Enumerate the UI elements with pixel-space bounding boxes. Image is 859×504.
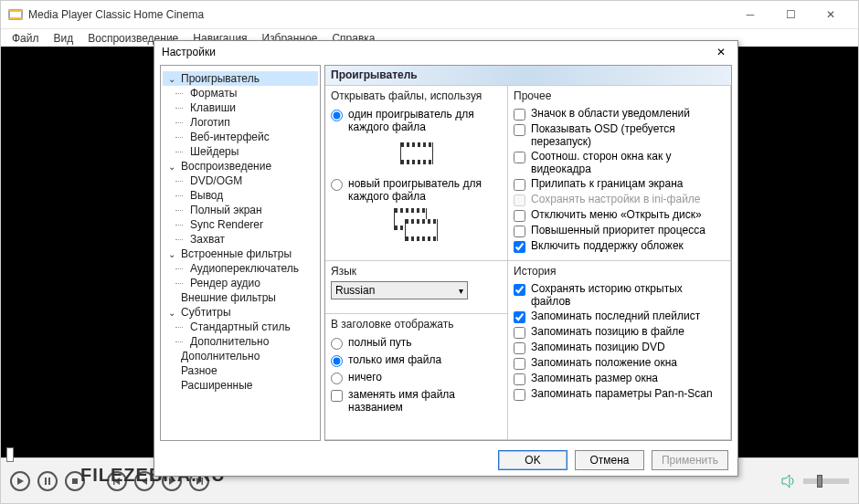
settings-panel: Проигрыватель Открывать файлы, используя… <box>324 65 732 441</box>
tree-item[interactable]: Логотип <box>163 115 318 130</box>
group-history-title: История <box>514 265 725 278</box>
checkbox-item[interactable]: Запоминать параметры Pan-n-Scan <box>514 386 725 402</box>
checkbox-item[interactable]: Запоминать позицию DVD <box>514 340 725 355</box>
film-icon-double <box>394 208 440 245</box>
settings-dialog: Настройки ✕ ⌄ПроигрывательФорматыКлавиши… <box>154 40 738 477</box>
tree-item[interactable]: Полный экран <box>163 203 318 217</box>
tree-item[interactable]: Клавиши <box>163 100 318 115</box>
tree-item[interactable]: Расширенные <box>163 378 318 393</box>
checkbox-item[interactable]: Показывать OSD (требуется перезапуск) <box>514 121 725 149</box>
settings-tree[interactable]: ⌄ПроигрывательФорматыКлавишиЛоготипВеб-и… <box>160 65 321 441</box>
tree-item[interactable]: Дополнительно <box>163 334 318 349</box>
tree-item[interactable]: Sync Renderer <box>163 217 318 232</box>
group-open-title: Открывать файлы, используя <box>331 89 502 102</box>
tree-item[interactable]: ⌄Встроенные фильтры <box>163 247 318 261</box>
checkbox-item[interactable]: Отключить меню «Открыть диск» <box>514 207 725 223</box>
svg-marker-13 <box>782 475 790 488</box>
maximize-button[interactable]: ☐ <box>770 2 811 27</box>
svg-rect-5 <box>48 478 50 485</box>
group-open-files: Открывать файлы, используя один проигрыв… <box>324 85 508 261</box>
group-lang-title: Язык <box>331 265 502 278</box>
tree-item[interactable]: ⌄Проигрыватель <box>163 71 318 86</box>
dialog-titlebar: Настройки ✕ <box>154 41 737 63</box>
svg-rect-4 <box>45 478 47 485</box>
tree-item[interactable]: Внешние фильтры <box>163 290 318 305</box>
svg-rect-2 <box>9 17 22 19</box>
titlebar: Media Player Classic Home Cinema ─ ☐ ✕ <box>1 1 858 28</box>
checkbox-item: Сохранять настройки в ini-файле <box>514 192 725 207</box>
checkbox-item[interactable]: Запоминать позицию в файле <box>514 324 725 340</box>
checkbox-item[interactable]: Запоминать положение окна <box>514 355 725 371</box>
radio-full-path[interactable]: полный путь <box>331 334 502 352</box>
checkbox-item[interactable]: Соотнош. сторон окна как у видеокадра <box>514 149 725 176</box>
group-language: Язык Russian ▾ <box>324 260 508 314</box>
tree-item[interactable]: Шейдеры <box>163 144 318 159</box>
volume-icon[interactable] <box>781 474 798 488</box>
check-replace-title[interactable]: заменять имя файла названием <box>331 386 502 415</box>
radio-new-player[interactable]: новый проигрыватель для каждого файла <box>331 175 502 205</box>
checkbox-item[interactable]: Запоминать размер окна <box>514 371 725 386</box>
tree-item[interactable]: ⌄Воспроизведение <box>163 159 318 173</box>
checkbox-item[interactable]: Включить поддержку обложек <box>514 238 725 254</box>
tree-item[interactable]: Рендер аудио <box>163 276 318 290</box>
panel-title: Проигрыватель <box>325 66 731 86</box>
svg-rect-6 <box>72 478 78 484</box>
group-other: Прочее Значок в области уведомленийПоказ… <box>507 85 731 261</box>
dialog-title: Настройки <box>162 46 216 58</box>
tree-item[interactable]: Форматы <box>163 86 318 100</box>
minimize-button[interactable]: ─ <box>730 2 770 27</box>
svg-marker-3 <box>17 478 24 485</box>
group-titledisp-title: В заголовке отображать <box>331 318 502 331</box>
tree-item[interactable]: Вывод <box>163 188 318 203</box>
menu-file[interactable]: Файл <box>6 32 45 45</box>
app-icon <box>8 7 23 22</box>
close-button[interactable]: ✕ <box>811 2 851 27</box>
checkbox-item[interactable]: Повышенный приоритет процесса <box>514 223 725 238</box>
tree-item[interactable]: ⌄Субтитры <box>163 305 318 320</box>
language-select[interactable]: Russian ▾ <box>331 281 468 299</box>
tree-item[interactable]: DVD/OGM <box>163 173 318 188</box>
checkbox-item[interactable]: Запоминать последний плейлист <box>514 309 725 324</box>
checkbox-item[interactable]: Прилипать к границам экрана <box>514 176 725 192</box>
play-button[interactable] <box>10 471 30 491</box>
dialog-footer: OK Отмена Применить <box>154 445 737 476</box>
apply-button[interactable]: Применить <box>652 450 728 470</box>
checkbox-item[interactable]: Сохранять историю открытых файлов <box>514 281 725 309</box>
window-title: Media Player Classic Home Cinema <box>28 8 730 21</box>
tree-item[interactable]: Разное <box>163 363 318 378</box>
group-history: История Сохранять историю открытых файло… <box>507 260 731 440</box>
language-value: Russian <box>335 284 375 297</box>
tree-item[interactable]: Веб-интерфейс <box>163 130 318 144</box>
cancel-button[interactable]: Отмена <box>575 450 644 470</box>
checkbox-item[interactable]: Значок в области уведомлений <box>514 106 725 121</box>
tree-item[interactable]: Дополнительно <box>163 349 318 363</box>
radio-filename-only[interactable]: только имя файла <box>331 352 502 369</box>
film-icon-single <box>400 142 433 168</box>
volume-slider[interactable] <box>803 478 849 484</box>
dialog-close-button[interactable]: ✕ <box>712 46 730 58</box>
svg-rect-1 <box>9 10 22 12</box>
ok-button[interactable]: OK <box>498 450 567 470</box>
tree-item[interactable]: Аудиопереключатель <box>163 261 318 276</box>
radio-nothing[interactable]: ничего <box>331 369 502 386</box>
menu-view[interactable]: Вид <box>48 32 80 45</box>
radio-one-player[interactable]: один проигрыватель для каждого файла <box>331 106 502 135</box>
pause-button[interactable] <box>37 471 58 491</box>
tree-item[interactable]: Захват <box>163 232 318 247</box>
tree-item[interactable]: Стандартный стиль <box>163 320 318 334</box>
chevron-down-icon: ▾ <box>459 286 463 296</box>
group-other-title: Прочее <box>514 89 725 102</box>
group-title-display: В заголовке отображать полный путь тольк… <box>324 313 508 440</box>
